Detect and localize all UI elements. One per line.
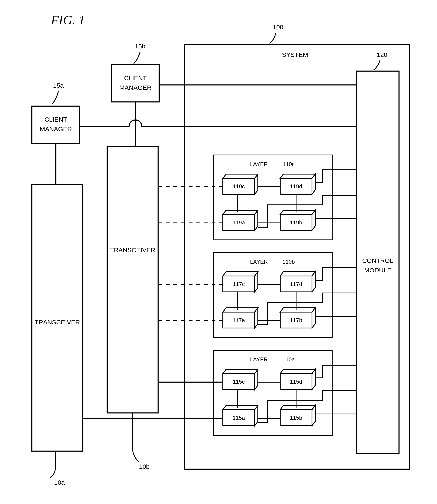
leader-15b — [134, 52, 140, 64]
layer-a-title: LAYER — [250, 356, 268, 363]
leader-10b — [133, 413, 139, 462]
layer-b-title: LAYER — [250, 259, 268, 265]
svg-marker-5 — [280, 174, 315, 178]
box-117b: 117b — [280, 308, 315, 328]
svg-text:117d: 117d — [290, 281, 302, 287]
box-117c: 117c — [223, 272, 258, 292]
ref-15a: 15a — [53, 82, 64, 89]
svg-text:115c: 115c — [233, 379, 245, 385]
client-manager-a-label-1: CLIENT — [45, 116, 67, 123]
box-119a: 119a — [223, 210, 258, 230]
leader-10a — [50, 451, 55, 478]
client-manager-b-label-2: MANAGER — [119, 84, 151, 91]
svg-text:119b: 119b — [290, 219, 302, 226]
leader-100 — [269, 33, 276, 43]
svg-marker-52 — [255, 405, 258, 426]
figure-title: FIG. 1 — [51, 13, 85, 27]
svg-marker-56 — [312, 405, 315, 426]
ref-10a: 10a — [54, 479, 65, 486]
svg-marker-51 — [223, 405, 258, 410]
box-119c: 119c — [223, 174, 258, 194]
svg-marker-9 — [223, 210, 258, 214]
svg-text:115b: 115b — [290, 415, 302, 421]
layer-c-ref: 110c — [283, 161, 295, 167]
svg-marker-22 — [223, 272, 258, 276]
svg-marker-44 — [255, 369, 258, 390]
transceiver-b-label: TRANSCEIVER — [110, 246, 155, 253]
ref-10b: 10b — [139, 463, 150, 470]
svg-text:119a: 119a — [233, 219, 245, 226]
svg-text:117a: 117a — [233, 317, 245, 323]
svg-marker-6 — [312, 174, 315, 194]
ref-120: 120 — [377, 51, 387, 58]
svg-marker-48 — [312, 369, 315, 390]
transceiver-a-label: TRANSCEIVER — [35, 319, 80, 326]
svg-marker-14 — [312, 210, 315, 230]
ref-15b: 15b — [135, 43, 145, 50]
svg-marker-2 — [255, 174, 258, 194]
layer-b-ref: 110b — [282, 259, 295, 265]
layer-c-title: LAYER — [250, 161, 268, 167]
svg-marker-35 — [312, 308, 315, 328]
leader-15a — [52, 91, 58, 104]
transceiver-a-box — [32, 185, 83, 451]
svg-marker-1 — [223, 174, 258, 178]
client-manager-a-box — [32, 106, 79, 143]
client-manager-b-label-1: CLIENT — [124, 74, 147, 81]
layer-a-ref: 110a — [282, 356, 295, 363]
svg-text:119c: 119c — [233, 183, 245, 190]
svg-text:115a: 115a — [233, 415, 245, 421]
box-115b: 115b — [280, 405, 315, 426]
svg-marker-10 — [255, 210, 258, 230]
box-117a: 117a — [223, 308, 258, 328]
svg-marker-55 — [280, 405, 315, 410]
svg-marker-27 — [312, 272, 315, 292]
svg-marker-30 — [223, 308, 258, 312]
control-module-label-2: MODULE — [364, 267, 391, 274]
svg-text:119d: 119d — [290, 183, 302, 190]
control-module-label-1: CONTROL — [362, 257, 394, 264]
box-115a: 115a — [223, 405, 258, 426]
svg-text:117b: 117b — [290, 317, 302, 323]
svg-text:117c: 117c — [233, 281, 245, 287]
svg-marker-34 — [280, 308, 315, 312]
client-manager-a-label-2: MANAGER — [40, 125, 72, 132]
svg-marker-23 — [255, 272, 258, 292]
box-115c: 115c — [223, 369, 258, 390]
svg-marker-43 — [223, 369, 258, 374]
svg-marker-31 — [255, 308, 258, 328]
client-manager-b-box — [111, 65, 159, 102]
box-115d: 115d — [280, 369, 315, 390]
ref-100: 100 — [273, 24, 283, 30]
figure-canvas: FIG. 1 100 SYSTEM 120 CONTROL MODULE 15b… — [0, 0, 437, 504]
box-119d: 119d — [280, 174, 315, 194]
svg-marker-47 — [280, 369, 315, 374]
box-119b: 119b — [280, 210, 315, 230]
transceiver-b-box — [107, 146, 158, 413]
svg-marker-13 — [280, 210, 315, 214]
system-label: SYSTEM — [282, 51, 308, 58]
svg-marker-26 — [280, 272, 315, 276]
svg-text:115d: 115d — [290, 379, 302, 385]
box-117d: 117d — [280, 272, 315, 292]
